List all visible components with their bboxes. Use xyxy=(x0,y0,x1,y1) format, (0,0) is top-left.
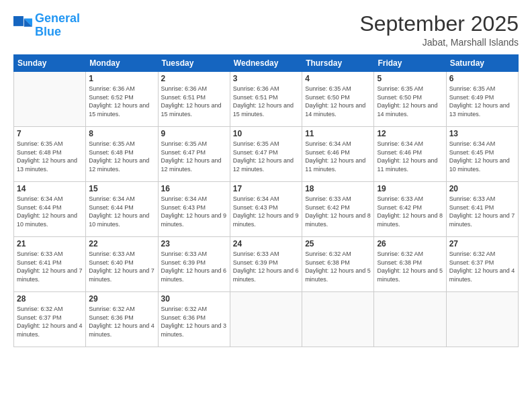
day-number: 9 xyxy=(161,129,227,138)
day-number: 7 xyxy=(17,129,83,138)
calendar-cell xyxy=(230,292,302,347)
day-info: Sunrise: 6:33 AMSunset: 6:42 PMDaylight:… xyxy=(305,195,371,228)
day-number: 5 xyxy=(377,74,443,83)
calendar-cell: 19Sunrise: 6:33 AMSunset: 6:42 PMDayligh… xyxy=(374,182,446,237)
calendar-cell: 6Sunrise: 6:35 AMSunset: 6:49 PMDaylight… xyxy=(446,72,518,127)
calendar-cell xyxy=(302,292,374,347)
calendar-cell: 5Sunrise: 6:35 AMSunset: 6:50 PMDaylight… xyxy=(374,72,446,127)
day-number: 14 xyxy=(17,184,83,193)
calendar-week-1: 7Sunrise: 6:35 AMSunset: 6:48 PMDaylight… xyxy=(14,127,519,182)
title-block: September 2025 Jabat, Marshall Islands xyxy=(359,12,519,48)
col-saturday: Saturday xyxy=(446,55,518,72)
day-number: 24 xyxy=(233,239,299,248)
day-info: Sunrise: 6:36 AMSunset: 6:51 PMDaylight:… xyxy=(161,85,227,118)
calendar-cell: 20Sunrise: 6:33 AMSunset: 6:41 PMDayligh… xyxy=(446,182,518,237)
calendar-cell: 10Sunrise: 6:35 AMSunset: 6:47 PMDayligh… xyxy=(230,127,302,182)
day-number: 29 xyxy=(89,294,154,304)
col-friday: Friday xyxy=(374,55,446,72)
day-info: Sunrise: 6:32 AMSunset: 6:36 PMDaylight:… xyxy=(161,305,227,338)
day-number: 28 xyxy=(17,294,83,304)
day-number: 30 xyxy=(161,294,227,304)
day-number: 2 xyxy=(161,74,227,83)
day-info: Sunrise: 6:33 AMSunset: 6:39 PMDaylight:… xyxy=(161,250,227,283)
day-number: 10 xyxy=(233,129,299,138)
day-info: Sunrise: 6:32 AMSunset: 6:37 PMDaylight:… xyxy=(17,305,83,338)
col-thursday: Thursday xyxy=(302,55,374,72)
day-number: 18 xyxy=(305,184,371,193)
day-number: 27 xyxy=(449,239,515,248)
day-info: Sunrise: 6:36 AMSunset: 6:51 PMDaylight:… xyxy=(233,85,299,118)
location: Jabat, Marshall Islands xyxy=(359,37,519,48)
day-info: Sunrise: 6:35 AMSunset: 6:47 PMDaylight:… xyxy=(161,140,227,173)
day-number: 11 xyxy=(305,129,371,138)
day-number: 19 xyxy=(377,184,443,193)
day-info: Sunrise: 6:33 AMSunset: 6:41 PMDaylight:… xyxy=(449,195,515,228)
day-info: Sunrise: 6:33 AMSunset: 6:40 PMDaylight:… xyxy=(89,250,154,283)
calendar-cell: 11Sunrise: 6:34 AMSunset: 6:46 PMDayligh… xyxy=(302,127,374,182)
header: General Blue September 2025 Jabat, Marsh… xyxy=(13,12,519,48)
calendar-cell: 15Sunrise: 6:34 AMSunset: 6:44 PMDayligh… xyxy=(86,182,158,237)
day-info: Sunrise: 6:35 AMSunset: 6:50 PMDaylight:… xyxy=(377,85,443,118)
col-monday: Monday xyxy=(86,55,158,72)
day-number: 13 xyxy=(449,129,515,138)
calendar-cell: 8Sunrise: 6:35 AMSunset: 6:48 PMDaylight… xyxy=(86,127,158,182)
calendar-cell: 16Sunrise: 6:34 AMSunset: 6:43 PMDayligh… xyxy=(158,182,230,237)
day-number: 23 xyxy=(161,239,227,248)
calendar-cell: 23Sunrise: 6:33 AMSunset: 6:39 PMDayligh… xyxy=(158,237,230,292)
day-info: Sunrise: 6:32 AMSunset: 6:38 PMDaylight:… xyxy=(305,250,371,283)
day-info: Sunrise: 6:35 AMSunset: 6:50 PMDaylight:… xyxy=(305,85,371,118)
calendar-week-3: 21Sunrise: 6:33 AMSunset: 6:41 PMDayligh… xyxy=(14,237,519,292)
header-row: Sunday Monday Tuesday Wednesday Thursday… xyxy=(14,55,519,72)
calendar-body: 1Sunrise: 6:36 AMSunset: 6:52 PMDaylight… xyxy=(14,72,519,347)
calendar-header: Sunday Monday Tuesday Wednesday Thursday… xyxy=(14,55,519,72)
day-info: Sunrise: 6:35 AMSunset: 6:48 PMDaylight:… xyxy=(17,140,83,173)
day-number: 3 xyxy=(233,74,299,83)
svg-rect-3 xyxy=(13,16,24,26)
day-info: Sunrise: 6:35 AMSunset: 6:49 PMDaylight:… xyxy=(449,85,515,118)
calendar-cell: 21Sunrise: 6:33 AMSunset: 6:41 PMDayligh… xyxy=(14,237,86,292)
day-number: 22 xyxy=(89,239,154,248)
day-number: 21 xyxy=(17,239,83,248)
calendar-table: Sunday Monday Tuesday Wednesday Thursday… xyxy=(13,54,519,347)
calendar-cell: 3Sunrise: 6:36 AMSunset: 6:51 PMDaylight… xyxy=(230,72,302,127)
calendar-cell xyxy=(374,292,446,347)
day-info: Sunrise: 6:34 AMSunset: 6:46 PMDaylight:… xyxy=(377,140,443,173)
calendar-cell: 26Sunrise: 6:32 AMSunset: 6:38 PMDayligh… xyxy=(374,237,446,292)
month-title: September 2025 xyxy=(359,12,519,36)
logo-text: General Blue xyxy=(35,12,80,39)
day-number: 17 xyxy=(233,184,299,193)
day-number: 6 xyxy=(449,74,515,83)
day-info: Sunrise: 6:32 AMSunset: 6:36 PMDaylight:… xyxy=(89,305,154,338)
col-sunday: Sunday xyxy=(14,55,86,72)
calendar-cell: 12Sunrise: 6:34 AMSunset: 6:46 PMDayligh… xyxy=(374,127,446,182)
logo-line1: General xyxy=(35,11,80,25)
calendar-cell: 2Sunrise: 6:36 AMSunset: 6:51 PMDaylight… xyxy=(158,72,230,127)
calendar-cell: 4Sunrise: 6:35 AMSunset: 6:50 PMDaylight… xyxy=(302,72,374,127)
calendar-cell xyxy=(446,292,518,347)
calendar-week-0: 1Sunrise: 6:36 AMSunset: 6:52 PMDaylight… xyxy=(14,72,519,127)
calendar-cell: 13Sunrise: 6:34 AMSunset: 6:45 PMDayligh… xyxy=(446,127,518,182)
day-info: Sunrise: 6:34 AMSunset: 6:43 PMDaylight:… xyxy=(233,195,299,228)
calendar-cell: 24Sunrise: 6:33 AMSunset: 6:39 PMDayligh… xyxy=(230,237,302,292)
day-number: 25 xyxy=(305,239,371,248)
day-info: Sunrise: 6:34 AMSunset: 6:45 PMDaylight:… xyxy=(449,140,515,173)
logo: General Blue xyxy=(13,12,80,39)
day-number: 4 xyxy=(305,74,371,83)
calendar-cell xyxy=(14,72,86,127)
calendar-cell: 14Sunrise: 6:34 AMSunset: 6:44 PMDayligh… xyxy=(14,182,86,237)
day-number: 1 xyxy=(89,74,154,83)
day-number: 16 xyxy=(161,184,227,193)
calendar-cell: 30Sunrise: 6:32 AMSunset: 6:36 PMDayligh… xyxy=(158,292,230,347)
day-info: Sunrise: 6:34 AMSunset: 6:43 PMDaylight:… xyxy=(161,195,227,228)
day-info: Sunrise: 6:32 AMSunset: 6:37 PMDaylight:… xyxy=(449,250,515,283)
day-info: Sunrise: 6:34 AMSunset: 6:44 PMDaylight:… xyxy=(17,195,83,228)
calendar-cell: 29Sunrise: 6:32 AMSunset: 6:36 PMDayligh… xyxy=(86,292,158,347)
day-number: 12 xyxy=(377,129,443,138)
calendar-cell: 7Sunrise: 6:35 AMSunset: 6:48 PMDaylight… xyxy=(14,127,86,182)
col-wednesday: Wednesday xyxy=(230,55,302,72)
day-info: Sunrise: 6:34 AMSunset: 6:46 PMDaylight:… xyxy=(305,140,371,173)
day-info: Sunrise: 6:32 AMSunset: 6:38 PMDaylight:… xyxy=(377,250,443,283)
day-info: Sunrise: 6:34 AMSunset: 6:44 PMDaylight:… xyxy=(89,195,154,228)
logo-icon xyxy=(13,16,32,35)
day-number: 26 xyxy=(377,239,443,248)
